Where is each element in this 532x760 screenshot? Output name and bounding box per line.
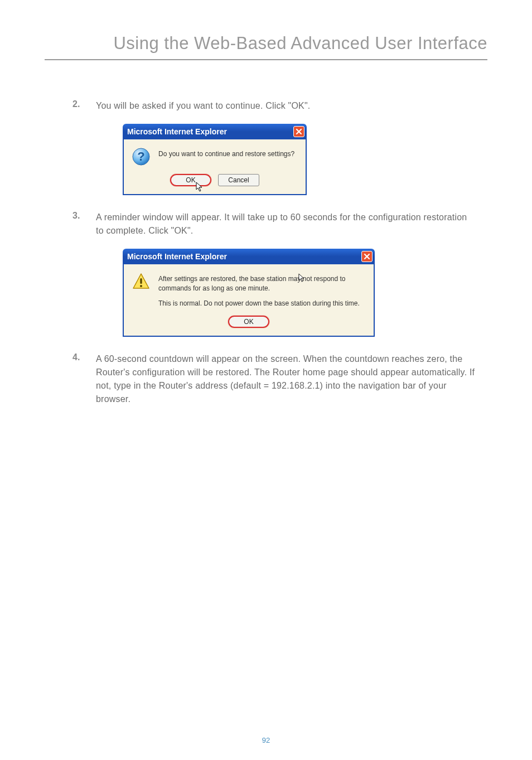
ok-button[interactable]: OK xyxy=(170,174,211,186)
dialog-confirm-restore: Microsoft Internet Explorer xyxy=(123,124,307,195)
ok-button[interactable]: OK xyxy=(228,316,269,328)
dialog-titlebar: Microsoft Internet Explorer xyxy=(123,124,307,139)
svg-rect-2 xyxy=(140,278,142,284)
step-text: A reminder window will appear. It will t… xyxy=(96,211,476,238)
cursor-icon xyxy=(298,273,306,283)
dialog-message-line1: After settings are restored, the base st… xyxy=(158,274,366,293)
dialog-title: Microsoft Internet Explorer xyxy=(127,127,227,136)
cursor-icon xyxy=(196,182,205,193)
step-text: You will be asked if you want to continu… xyxy=(96,99,310,113)
dialog-restore-reminder: Microsoft Internet Explorer Afte xyxy=(123,249,375,337)
step-2: 2. You will be asked if you want to cont… xyxy=(72,99,476,113)
dialog-message-line2: This is normal. Do not power down the ba… xyxy=(158,299,366,308)
cancel-button[interactable]: Cancel xyxy=(218,174,259,186)
close-icon[interactable] xyxy=(361,251,373,262)
warning-icon xyxy=(132,272,151,291)
step-4: 4. A 60-second countdown will appear on … xyxy=(72,352,476,406)
dialog-message: Do you want to continue and restore sett… xyxy=(158,147,294,159)
page-number: 92 xyxy=(0,736,532,744)
svg-text:?: ? xyxy=(137,149,144,163)
dialog-body: After settings are restored, the base st… xyxy=(123,264,375,337)
close-icon[interactable] xyxy=(293,126,304,137)
dialog-title: Microsoft Internet Explorer xyxy=(127,252,227,261)
dialog-titlebar: Microsoft Internet Explorer xyxy=(123,249,375,264)
svg-point-3 xyxy=(140,285,142,287)
dialog-body: ? Do you want to continue and restore se… xyxy=(123,139,307,195)
dialog-message: After settings are restored, the base st… xyxy=(158,272,366,308)
step-number: 3. xyxy=(72,211,96,238)
step-number: 2. xyxy=(72,99,96,113)
title-rule xyxy=(45,59,487,60)
step-3: 3. A reminder window will appear. It wil… xyxy=(72,211,476,238)
step-text: A 60-second countdown will appear on the… xyxy=(96,352,476,406)
step-number: 4. xyxy=(72,352,96,406)
page-title: Using the Web-Based Advanced User Interf… xyxy=(45,33,487,54)
question-icon: ? xyxy=(132,147,151,166)
